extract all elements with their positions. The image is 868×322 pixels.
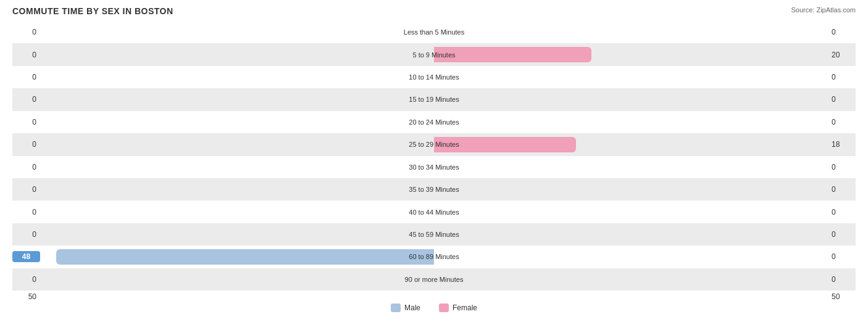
bar-area: 30 to 34 Minutes — [40, 156, 828, 178]
female-value: 0 — [828, 28, 856, 36]
table-row: 035 to 39 Minutes0 — [12, 178, 856, 200]
axis-right-label: 50 — [828, 292, 856, 301]
male-bar — [56, 249, 434, 265]
bar-area: 40 to 44 Minutes — [40, 200, 828, 223]
female-value: 0 — [828, 73, 856, 81]
female-value: 0 — [828, 230, 856, 239]
bar-area: 5 to 9 Minutes — [40, 43, 828, 65]
chart-title: COMMUTE TIME BY SEX IN BOSTON — [12, 6, 173, 16]
female-value: 0 — [828, 118, 856, 126]
table-row: 020 to 24 Minutes0 — [12, 111, 856, 133]
legend-female-label: Female — [453, 303, 477, 312]
bar-area: 35 to 39 Minutes — [40, 178, 828, 200]
legend-male: Male — [391, 303, 420, 312]
table-row: 0Less than 5 Minutes0 — [12, 21, 856, 43]
source-text: Source: ZipAtlas.com — [791, 6, 856, 14]
legend: Male Female — [12, 303, 856, 312]
bar-area: 60 to 89 Minutes — [40, 246, 828, 268]
bar-area: Less than 5 Minutes — [40, 21, 828, 43]
male-value: 0 — [12, 275, 40, 284]
bar-area: 25 to 29 Minutes — [40, 133, 828, 155]
legend-female-box — [439, 303, 449, 312]
female-bar — [434, 137, 576, 152]
female-value: 0 — [828, 95, 856, 104]
table-row: 090 or more Minutes0 — [12, 268, 856, 291]
male-value: 0 — [12, 230, 40, 239]
male-value: 0 — [12, 118, 40, 126]
bar-area: 45 to 59 Minutes — [40, 223, 828, 246]
male-value: 0 — [12, 208, 40, 217]
male-value: 0 — [12, 51, 40, 59]
table-row: 05 to 9 Minutes20 — [12, 43, 856, 65]
bar-area: 20 to 24 Minutes — [40, 111, 828, 133]
legend-male-box — [391, 303, 401, 312]
table-row: 025 to 29 Minutes18 — [12, 133, 856, 155]
male-value: 0 — [12, 73, 40, 81]
female-value: 0 — [828, 163, 856, 171]
chart-container: COMMUTE TIME BY SEX IN BOSTON Source: Zi… — [0, 0, 868, 322]
female-value: 0 — [828, 208, 856, 217]
table-row: 010 to 14 Minutes0 — [12, 66, 856, 88]
rows-area: 0Less than 5 Minutes005 to 9 Minutes2001… — [12, 21, 856, 291]
male-value: 0 — [12, 28, 40, 36]
female-value: 20 — [828, 51, 856, 59]
table-row: 045 to 59 Minutes0 — [12, 223, 856, 246]
chart-body: 0Less than 5 Minutes005 to 9 Minutes2001… — [12, 21, 856, 312]
male-value: 0 — [12, 185, 40, 194]
bar-area: 15 to 19 Minutes — [40, 88, 828, 110]
male-value: 0 — [12, 140, 40, 149]
table-row: 015 to 19 Minutes0 — [12, 88, 856, 110]
female-value: 0 — [828, 252, 856, 261]
male-value: 0 — [12, 95, 40, 104]
legend-male-label: Male — [404, 303, 420, 312]
bar-area: 90 or more Minutes — [40, 268, 828, 291]
table-row: 4860 to 89 Minutes0 — [12, 246, 856, 268]
table-row: 040 to 44 Minutes0 — [12, 200, 856, 223]
axis-left-label: 50 — [12, 292, 40, 301]
female-value: 0 — [828, 185, 856, 194]
legend-female: Female — [439, 303, 477, 312]
male-value: 48 — [12, 251, 40, 262]
table-row: 030 to 34 Minutes0 — [12, 156, 856, 178]
female-value: 0 — [828, 275, 856, 284]
male-value: 0 — [12, 163, 40, 171]
female-value: 18 — [828, 140, 856, 149]
bar-area: 10 to 14 Minutes — [40, 66, 828, 88]
female-bar — [434, 47, 591, 62]
